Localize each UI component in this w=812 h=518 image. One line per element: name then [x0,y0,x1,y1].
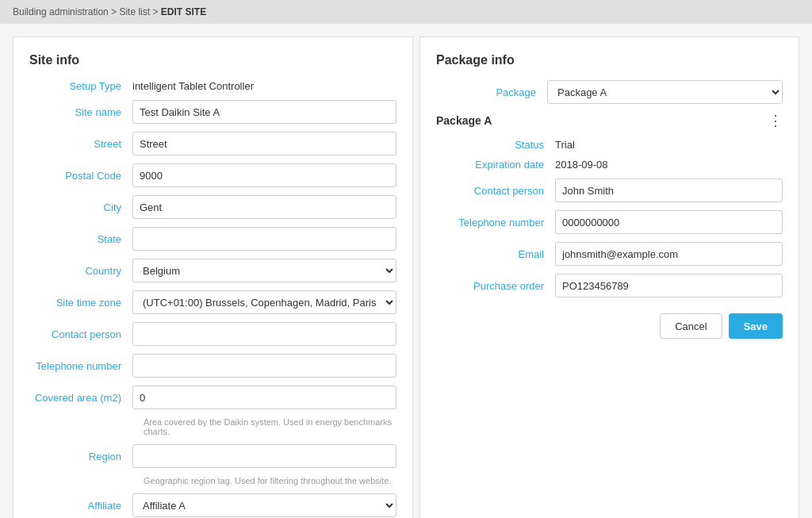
setup-type-row: Setup Type intelligent Tablet Controller [29,80,396,92]
country-row: Country Belgium [29,259,396,282]
state-input[interactable] [132,227,396,251]
pkg-contact-label: Contact person [436,185,555,197]
covered-area-row: Covered area (m2) [29,386,396,409]
pkg-email-input[interactable] [555,242,783,266]
pkg-contact-row: Contact person [436,178,783,202]
affiliate-label: Affiliate [29,500,132,512]
street-label: Street [29,138,132,150]
state-label: State [29,233,132,245]
postal-code-input[interactable] [132,163,396,187]
timezone-label: Site time zone [29,297,132,309]
site-info-panel: Site info Setup Type intelligent Tablet … [13,36,413,518]
status-row: Status Trial [436,139,783,151]
site-name-row: Site name [29,100,396,124]
contact-person-label: Contact person [29,328,132,340]
expiration-date-label: Expiration date [436,159,555,171]
country-label: Country [29,265,132,277]
region-row: Region [29,444,396,468]
city-input[interactable] [132,195,396,219]
setup-type-label: Setup Type [29,80,132,92]
site-name-input[interactable] [132,100,396,124]
expiration-date-value: 2018-09-08 [555,159,608,171]
street-row: Street [29,132,396,155]
more-options-icon[interactable]: ⋮ [768,113,783,128]
telephone-label: Telephone number [29,360,132,372]
telephone-input[interactable] [132,354,396,378]
pkg-purchase-order-label: Purchase order [436,280,555,292]
contact-person-row: Contact person [29,322,396,346]
package-info-title: Package info [436,53,783,67]
pkg-telephone-label: Telephone number [436,217,555,228]
save-button[interactable]: Save [729,313,783,339]
package-label: Package [436,86,547,98]
region-label: Region [29,451,132,462]
breadcrumb-part1: Building administration [13,6,109,17]
timezone-row: Site time zone (UTC+01:00) Brussels, Cop… [29,290,396,314]
city-label: City [29,201,132,213]
timezone-select[interactable]: (UTC+01:00) Brussels, Copenhagen, Madrid… [132,290,396,314]
site-info-title: Site info [29,53,396,67]
pkg-contact-input[interactable] [555,178,783,202]
breadcrumb-current: EDIT SITE [161,6,206,17]
region-hint: Geographic region tag. Used for filterin… [144,476,396,485]
package-a-title: Package A [436,114,492,127]
breadcrumb-part2: Site list [119,6,150,17]
covered-area-input[interactable] [132,386,396,409]
breadcrumb-sep1: > [111,6,119,17]
affiliate-row: Affiliate Affiliate A [29,493,396,517]
postal-code-row: Postal Code [29,163,396,187]
package-info-panel: Package info Package Package A Package A… [419,36,799,518]
covered-area-label: Covered area (m2) [29,392,132,404]
region-input[interactable] [132,444,396,468]
pkg-email-row: Email [436,242,783,266]
pkg-email-label: Email [436,248,555,260]
status-label: Status [436,139,555,151]
package-select[interactable]: Package A [547,80,783,104]
pkg-purchase-order-row: Purchase order [436,274,783,297]
action-buttons: Cancel Save [436,313,783,339]
state-row: State [29,227,396,251]
postal-code-label: Postal Code [29,170,132,182]
breadcrumb: Building administration > Site list > ED… [0,0,812,24]
covered-area-hint: Area covered by the Daikin system. Used … [144,417,396,436]
setup-type-value: intelligent Tablet Controller [132,80,396,92]
expiration-date-row: Expiration date 2018-09-08 [436,159,783,171]
country-select[interactable]: Belgium [132,259,396,282]
contact-person-input[interactable] [132,322,396,346]
package-a-header: Package A ⋮ [436,113,783,128]
package-select-row: Package Package A [436,80,783,104]
pkg-telephone-input[interactable] [555,210,783,234]
street-input[interactable] [132,132,396,155]
site-name-label: Site name [29,106,132,118]
pkg-purchase-order-input[interactable] [555,274,783,297]
city-row: City [29,195,396,219]
status-value: Trial [555,139,575,151]
cancel-button[interactable]: Cancel [660,313,722,339]
telephone-row: Telephone number [29,354,396,378]
affiliate-select[interactable]: Affiliate A [132,493,396,517]
pkg-telephone-row: Telephone number [436,210,783,234]
main-content: Site info Setup Type intelligent Tablet … [0,24,812,518]
breadcrumb-sep2: > [152,6,160,17]
